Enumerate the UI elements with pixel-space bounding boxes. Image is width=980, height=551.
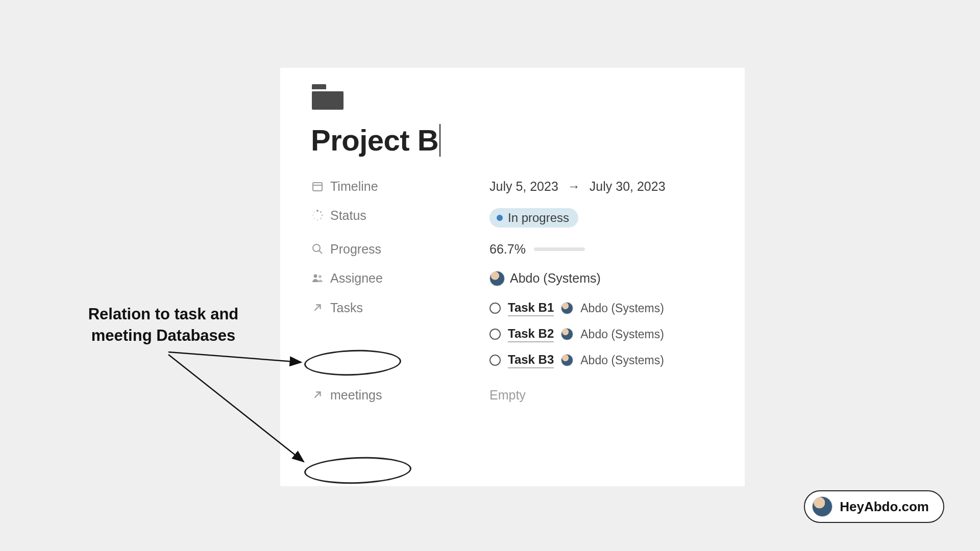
- relation-arrow-icon: [311, 388, 324, 402]
- brand-text: HeyAbdo.com: [840, 499, 929, 515]
- svg-rect-0: [313, 183, 322, 191]
- svg-point-4: [322, 215, 323, 216]
- status-loader-icon: [311, 209, 324, 222]
- property-label: Status: [330, 208, 366, 223]
- property-progress[interactable]: Progress 66.7%: [311, 242, 714, 257]
- task-name[interactable]: Task B2: [508, 327, 554, 342]
- task-item[interactable]: Task B2 Abdo (Systems): [489, 327, 664, 342]
- meetings-empty[interactable]: Empty: [489, 388, 526, 403]
- svg-point-6: [317, 219, 318, 220]
- property-label: meetings: [330, 388, 382, 403]
- task-assignee: Abdo (Systems): [580, 328, 664, 341]
- property-tasks[interactable]: Tasks Task B1 Abdo (Systems): [311, 300, 714, 368]
- property-meetings[interactable]: meetings Empty: [311, 388, 714, 403]
- progress-value[interactable]: 66.7%: [489, 242, 714, 257]
- checkbox-circle-icon[interactable]: [489, 355, 501, 366]
- arrow-right-icon: →: [568, 179, 580, 194]
- people-icon: [311, 271, 324, 285]
- checkbox-circle-icon[interactable]: [489, 329, 501, 340]
- avatar: [561, 354, 573, 366]
- property-label: Progress: [330, 242, 381, 257]
- properties-list: Timeline July 5, 2023 → July 30, 2023: [311, 179, 714, 403]
- svg-line-15: [315, 392, 321, 398]
- svg-point-10: [313, 244, 320, 252]
- status-text: In progress: [508, 211, 569, 225]
- svg-point-8: [312, 215, 313, 216]
- svg-point-2: [316, 210, 318, 212]
- property-timeline[interactable]: Timeline July 5, 2023 → July 30, 2023: [311, 179, 714, 194]
- svg-point-3: [320, 211, 322, 213]
- task-item[interactable]: Task B1 Abdo (Systems): [489, 300, 664, 316]
- timeline-from: July 5, 2023: [489, 179, 558, 194]
- svg-point-13: [318, 275, 322, 278]
- relation-arrow-icon: [311, 301, 324, 314]
- brand-badge[interactable]: HeyAbdo.com: [804, 490, 944, 523]
- avatar: [561, 328, 573, 340]
- task-item[interactable]: Task B3 Abdo (Systems): [489, 353, 664, 368]
- svg-point-12: [314, 274, 317, 278]
- status-badge[interactable]: In progress: [489, 208, 578, 228]
- assignee-name: Abdo (Systems): [510, 271, 601, 286]
- avatar: [489, 271, 505, 286]
- property-status[interactable]: Status In progress: [311, 208, 714, 228]
- avatar: [561, 302, 573, 314]
- search-icon: [311, 242, 324, 256]
- assignee-value[interactable]: Abdo (Systems): [489, 271, 714, 286]
- annotation-label: Relation to task and meeting Databases: [66, 304, 260, 346]
- timeline-to: July 30, 2023: [590, 179, 666, 194]
- property-label: Timeline: [330, 179, 378, 194]
- property-label: Assignee: [330, 271, 383, 286]
- avatar: [812, 496, 832, 517]
- task-assignee: Abdo (Systems): [580, 354, 664, 367]
- task-assignee: Abdo (Systems): [580, 302, 664, 315]
- folder-icon[interactable]: [312, 84, 344, 110]
- calendar-icon: [311, 180, 324, 193]
- page-title[interactable]: Project B: [311, 124, 440, 157]
- status-dot-icon: [497, 215, 503, 221]
- progress-bar: [534, 247, 585, 251]
- property-assignee[interactable]: Assignee Abdo (Systems): [311, 271, 714, 286]
- timeline-value[interactable]: July 5, 2023 → July 30, 2023: [489, 179, 714, 194]
- page-card: Project B Timeline July 5,: [280, 68, 745, 486]
- checkbox-circle-icon[interactable]: [489, 303, 501, 314]
- svg-point-9: [313, 211, 315, 213]
- svg-point-7: [313, 218, 314, 219]
- tasks-list: Task B1 Abdo (Systems) Task B2 Abdo (Sys…: [489, 300, 664, 368]
- svg-point-5: [320, 218, 322, 219]
- progress-text: 66.7%: [489, 242, 526, 257]
- property-label: Tasks: [330, 300, 363, 315]
- svg-line-14: [315, 305, 321, 311]
- svg-line-11: [319, 251, 322, 254]
- task-name[interactable]: Task B3: [508, 353, 554, 368]
- task-name[interactable]: Task B1: [508, 300, 554, 316]
